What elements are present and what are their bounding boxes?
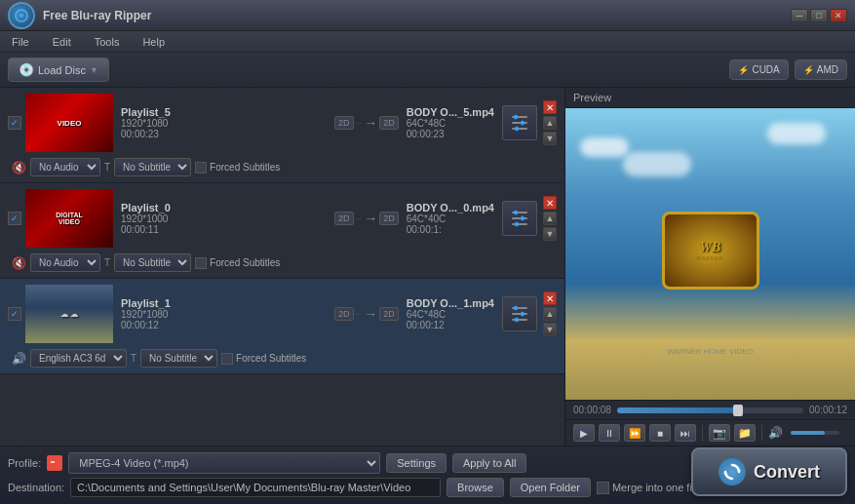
svg-rect-14 <box>512 313 527 315</box>
minimize-button[interactable]: ─ <box>791 9 808 22</box>
forced-sub-3: Forced Subtitles <box>221 353 306 365</box>
folder-button[interactable]: 📁 <box>734 424 756 442</box>
subtitle-icon-3: T <box>131 353 136 364</box>
file-thumbnail-3: ☁ ☁ <box>25 285 113 343</box>
svg-point-18 <box>515 318 519 322</box>
wb-logo: WB WARNER <box>662 212 759 290</box>
window-controls: ─ □ ✕ <box>791 9 847 22</box>
main-content: ✓ VIDEO Playlist_5 1920*1080 00:00:23 2D… <box>0 88 855 446</box>
subtitle-select-3[interactable]: No Subtitle <box>140 349 217 368</box>
output-res-1: 64C*48C <box>407 118 494 129</box>
output-info-2: BODY O..._0.mp4 64C*40C 00:00:1: <box>403 202 498 235</box>
fast-forward-button[interactable]: ⏩ <box>624 424 645 442</box>
svg-rect-15 <box>512 319 527 321</box>
toolbar-right: ⚡ CUDA ⚡ AMD <box>729 59 847 80</box>
open-folder-button[interactable]: Open Folder <box>510 478 591 497</box>
skip-end-button[interactable]: ⏭ <box>675 424 696 442</box>
file-res-2: 1920*1000 <box>121 213 327 224</box>
file-res-1: 1920*1080 <box>121 118 327 129</box>
output-dur-2: 00:00:1: <box>407 224 494 235</box>
settings-icon-2[interactable] <box>502 201 537 236</box>
output-name-3: BODY O..._1.mp4 <box>407 297 494 309</box>
file-checkbox-1[interactable]: ✓ <box>8 116 21 130</box>
time-end: 00:00:12 <box>809 405 847 415</box>
audio-icon-3: 🔊 <box>12 352 26 366</box>
profile-select[interactable]: MPEG-4 Video (*.mp4) <box>68 452 380 474</box>
volume-bar[interactable] <box>791 431 839 435</box>
play-button[interactable]: ▶ <box>573 424 595 442</box>
convert-button[interactable]: Convert <box>691 447 847 496</box>
forced-sub-label-3: Forced Subtitles <box>236 353 306 364</box>
menu-file[interactable]: File <box>8 34 33 50</box>
timeline-thumb[interactable] <box>733 405 743 416</box>
menu-help[interactable]: Help <box>138 34 169 50</box>
svg-point-11 <box>521 216 525 220</box>
maximize-button[interactable]: □ <box>810 9 828 22</box>
stop-button[interactable]: ■ <box>649 424 671 442</box>
row-remove-btn-3[interactable]: ✕ <box>543 291 557 305</box>
audio-select-3[interactable]: English AC3 6d <box>30 349 127 368</box>
amd-button[interactable]: ⚡ AMD <box>795 59 847 80</box>
forced-sub-check-3[interactable] <box>221 353 233 365</box>
subtitle-select-2[interactable]: No Subtitle <box>114 253 191 272</box>
row-down-btn-3[interactable]: ▼ <box>543 323 557 336</box>
convert-section: Convert <box>691 447 847 496</box>
dots-1: ··· <box>356 119 363 128</box>
row-up-btn-3[interactable]: ▲ <box>543 307 557 321</box>
apply-to-all-button[interactable]: Apply to All <box>452 453 526 473</box>
forced-sub-check-2[interactable] <box>195 257 207 269</box>
output-name-2: BODY O..._0.mp4 <box>407 202 494 213</box>
timeline-bar[interactable] <box>617 407 803 413</box>
cuda-button[interactable]: ⚡ CUDA <box>729 59 788 80</box>
audio-select-2[interactable]: No Audio <box>30 253 100 272</box>
audio-icon-1: 🔇 <box>12 161 26 174</box>
output-res-3: 64C*48C <box>407 309 494 320</box>
row-up-btn-2[interactable]: ▲ <box>543 212 557 225</box>
profile-label: Profile: <box>8 457 41 469</box>
preview-timeline: 00:00:08 00:00:12 <box>565 400 855 419</box>
close-button[interactable]: ✕ <box>830 9 847 22</box>
browse-button[interactable]: Browse <box>447 478 504 497</box>
preview-video: WB WARNER WARNER HOME VIDEO <box>565 108 855 400</box>
settings-icon-3[interactable] <box>502 296 537 331</box>
dest-label: Destination: <box>8 482 64 493</box>
subtitle-select-1[interactable]: No Subtitle <box>114 158 191 176</box>
menu-tools[interactable]: Tools <box>91 34 124 50</box>
amd-label: AMD <box>817 64 838 75</box>
menu-bar: File Edit Tools Help <box>0 31 855 53</box>
volume-fill <box>791 431 825 435</box>
row-down-btn-2[interactable]: ▼ <box>543 227 557 241</box>
amd-icon: ⚡ <box>803 65 814 75</box>
settings-icon-1[interactable] <box>502 105 537 140</box>
file-row-top-3: ✓ ☁ ☁ Playlist_1 1920*1080 00:00:12 2D ·… <box>4 283 561 345</box>
load-disc-button[interactable]: 💿 Load Disc ▼ <box>8 58 109 82</box>
pause-button[interactable]: ⏸ <box>599 424 620 442</box>
res-badge-2d-out-3: 2D <box>379 307 399 321</box>
row-remove-btn-1[interactable]: ✕ <box>543 100 557 114</box>
forced-sub-check-1[interactable] <box>195 162 207 174</box>
forced-sub-1: Forced Subtitles <box>195 162 280 174</box>
arrow-area-2: 2D ··· → 2D <box>334 211 399 226</box>
settings-button[interactable]: Settings <box>386 453 447 473</box>
res-badge-2d-out-2: 2D <box>379 212 399 225</box>
app-logo <box>8 2 35 29</box>
res-badge-2d-3: 2D <box>334 307 354 321</box>
forced-sub-label-2: Forced Subtitles <box>210 257 280 268</box>
audio-select-1[interactable]: No Audio <box>30 158 100 176</box>
menu-edit[interactable]: Edit <box>49 34 75 50</box>
file-thumbnail-1: VIDEO <box>25 94 113 152</box>
row-down-btn-1[interactable]: ▼ <box>543 132 557 145</box>
merge-check: Merge into one file <box>597 482 701 494</box>
subtitle-icon-2: T <box>104 257 110 268</box>
file-checkbox-2[interactable]: ✓ <box>8 212 21 225</box>
file-checkbox-3[interactable]: ✓ <box>8 307 21 321</box>
row-up-btn-1[interactable]: ▲ <box>543 116 557 130</box>
timeline-progress <box>617 407 738 413</box>
dest-input[interactable] <box>70 478 441 497</box>
arrow-area-3: 2D ··· → 2D <box>334 306 399 322</box>
output-name-1: BODY O..._5.mp4 <box>407 106 494 118</box>
dots-3: ··· <box>356 310 363 319</box>
row-remove-btn-2[interactable]: ✕ <box>543 196 557 210</box>
merge-checkbox[interactable] <box>597 482 609 494</box>
snapshot-button[interactable]: 📷 <box>709 424 730 442</box>
